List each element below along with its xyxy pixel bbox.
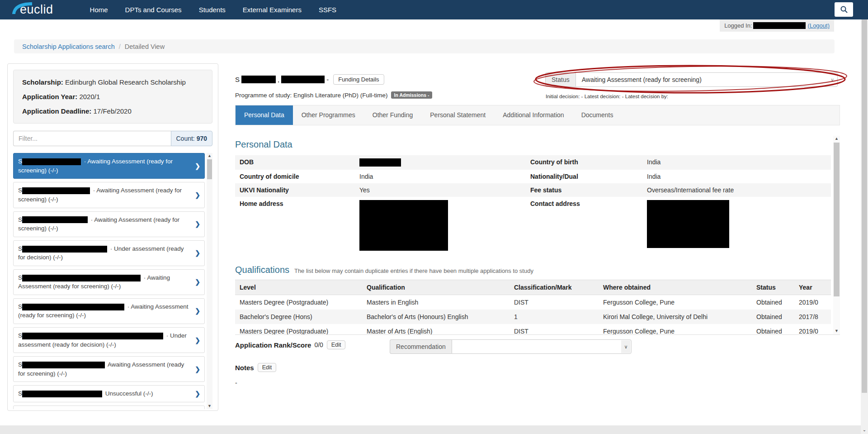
- qualification-cell-year: 2019/0: [799, 328, 826, 335]
- euclid-logo[interactable]: euclid: [14, 0, 53, 19]
- application-status-text: Unsuccessful (-/-): [104, 390, 153, 397]
- nav-menu: HomeDPTs and CoursesStudentsExternal Exa…: [81, 0, 345, 19]
- field-label: Home address: [240, 200, 359, 207]
- field-value-contact-address: [647, 200, 826, 248]
- list-scrollbar[interactable]: ▲ ▼: [207, 153, 212, 409]
- scholarship-label: Scholarship:: [22, 78, 63, 86]
- application-deadline-label: Application Deadline:: [22, 107, 91, 115]
- tab-additional-information[interactable]: Additional Information: [494, 105, 572, 125]
- scroll-down-icon[interactable]: ▼: [207, 403, 212, 409]
- programme-of-study: Programme of study: English Literature (…: [235, 92, 388, 99]
- applicant-prefix: S: [18, 332, 22, 339]
- application-deadline-value: 17/Feb/2020: [94, 107, 132, 115]
- personal-data-row-country-of-domicile: Country of domicileIndiaNationality/Dual…: [235, 170, 831, 183]
- application-list-item-4[interactable]: S · Under assessment (ready for decision…: [13, 240, 205, 266]
- breadcrumb-separator: /: [119, 43, 121, 50]
- scroll-down-icon[interactable]: ▼: [833, 328, 840, 334]
- status-select[interactable]: Awaiting Assessment (ready for screening…: [576, 72, 838, 87]
- scroll-up-icon[interactable]: ▲: [833, 136, 840, 142]
- applicant-id-redacted: [241, 76, 276, 83]
- column-header-qualification: Qualification: [367, 284, 514, 291]
- applicant-id-redacted: [22, 246, 107, 253]
- field-label: UKVI Nationality: [240, 186, 359, 194]
- euclid-swoosh-icon: [11, 1, 33, 15]
- qualification-cell-year: 2019/0: [799, 299, 826, 306]
- funding-details-button[interactable]: Funding Details: [333, 74, 384, 85]
- applicant-id-redacted: [22, 391, 102, 397]
- chevron-right-icon: ❯: [195, 162, 200, 171]
- personal-data-row-home-address: Home addressContact address: [235, 197, 831, 254]
- edit-notes-button[interactable]: Edit: [258, 363, 277, 372]
- chevron-right-icon: ❯: [195, 335, 200, 344]
- filter-input[interactable]: [13, 131, 171, 146]
- count-value: 970: [197, 135, 207, 142]
- qualification-cell-status: Obtained: [756, 299, 799, 306]
- application-detail-panel: S , - Funding Details Status Awaiting As…: [235, 72, 840, 415]
- search-button[interactable]: [835, 2, 853, 17]
- qualification-cell-where-obtained: Kirori Mal College, University of Delhi: [603, 313, 756, 320]
- application-list-item-9[interactable]: S Unsuccessful (-/-)❯: [13, 385, 205, 402]
- qualifications-note: The list below may contain duplicate ent…: [294, 267, 533, 274]
- nav-item-home[interactable]: Home: [81, 0, 117, 19]
- applicant-id-redacted: [22, 362, 105, 368]
- qualification-cell-qualification: Masters in English: [367, 299, 514, 306]
- logged-in-label: Logged In:: [724, 22, 752, 29]
- application-list-item-10[interactable]: S1937946 - NAIR ABHALETHAM - Awaiting As…: [13, 405, 205, 409]
- browser-scrollbar-thumb[interactable]: [862, 8, 867, 393]
- in-admissions-badge: In Admissions -: [391, 91, 433, 99]
- recommendation-select[interactable]: ∨: [452, 339, 632, 354]
- count-addon: Count: 970: [171, 131, 213, 146]
- qualification-row-1: Masters Degree (Postgraduate)Masters in …: [235, 295, 831, 310]
- qualification-cell-level: Masters Degree (Postgraduate): [240, 299, 367, 306]
- content-scrollbar-thumb[interactable]: [834, 143, 840, 296]
- column-header-status: Status: [756, 284, 799, 291]
- application-list-item-1[interactable]: S · Awaiting Assessment (ready for scree…: [13, 153, 205, 179]
- application-list-item-7[interactable]: S · Under assessment (ready for decision…: [13, 327, 205, 353]
- nav-item-external-examiners[interactable]: External Examiners: [234, 0, 310, 19]
- applicant-prefix: S: [18, 216, 22, 223]
- filter-row: Count: 970: [13, 131, 212, 146]
- applicant-id-redacted: [22, 216, 88, 223]
- breadcrumb-link-search[interactable]: Scholarship Applications search: [22, 43, 115, 50]
- tab-other-funding[interactable]: Other Funding: [364, 105, 422, 125]
- chevron-down-icon: ∨: [830, 73, 834, 86]
- nav-item-students[interactable]: Students: [190, 0, 234, 19]
- tab-content-scroll-area: Personal Data DOBCountry of birthIndiaCo…: [235, 136, 840, 335]
- application-year-label: Application Year:: [22, 93, 77, 100]
- field-label: Fee status: [530, 186, 647, 194]
- application-list-item-5[interactable]: S · Awaiting Assessment (ready for scree…: [13, 269, 205, 295]
- tab-personal-data[interactable]: Personal Data: [236, 105, 293, 125]
- tab-other-programmes[interactable]: Other Programmes: [293, 105, 364, 125]
- scroll-up-icon[interactable]: ▲: [207, 153, 212, 159]
- list-scrollbar-thumb[interactable]: [207, 159, 212, 179]
- tab-personal-statement[interactable]: Personal Statement: [421, 105, 494, 125]
- qualification-cell-classification-mark: DIST: [514, 299, 603, 306]
- application-list-item-2[interactable]: S · Awaiting Assessment (ready for scree…: [13, 182, 205, 208]
- browser-scrollbar[interactable]: ⌃ ⌄: [861, 0, 868, 434]
- column-header-level: Level: [240, 284, 367, 291]
- tab-documents[interactable]: Documents: [573, 105, 622, 125]
- chevron-right-icon: ❯: [195, 219, 200, 229]
- nav-item-ssfs[interactable]: SSFS: [310, 0, 345, 19]
- logout-link[interactable]: (Logout): [808, 22, 830, 29]
- rank-label: Application Rank/Score: [235, 341, 311, 349]
- applicant-prefix: S: [18, 390, 22, 397]
- edit-rank-button[interactable]: Edit: [327, 340, 346, 349]
- content-scrollbar[interactable]: ▲ ▼: [833, 136, 840, 334]
- application-list-item-6[interactable]: S · Awaiting Assessment (ready for scree…: [13, 298, 205, 324]
- application-list-item-8[interactable]: S Awaiting Assessment (ready for screeni…: [13, 356, 205, 382]
- name-separator: ,: [278, 76, 279, 83]
- field-label: Nationality/Dual: [530, 173, 647, 180]
- nav-item-dpts-and-courses[interactable]: DPTs and Courses: [117, 0, 190, 19]
- status-selected-value: Awaiting Assessment (ready for screening…: [582, 76, 702, 83]
- qualification-row-3: Masters Degree (Postgraduate)Master of A…: [235, 324, 831, 335]
- qualification-cell-status: Obtained: [756, 328, 799, 335]
- qualification-cell-year: 2017/8: [799, 313, 826, 320]
- application-list-item-3[interactable]: S · Awaiting Assessment (ready for scree…: [13, 211, 205, 237]
- applications-sidebar: Scholarship: Edinburgh Global Research S…: [7, 63, 218, 411]
- scroll-down-icon[interactable]: ⌄: [861, 427, 868, 433]
- scholarship-line: Scholarship: Edinburgh Global Research S…: [22, 77, 203, 87]
- bottom-scroll-strip[interactable]: [0, 425, 861, 434]
- column-header-where-obtained: Where obtained: [603, 284, 756, 291]
- applicant-id-redacted: [22, 304, 124, 310]
